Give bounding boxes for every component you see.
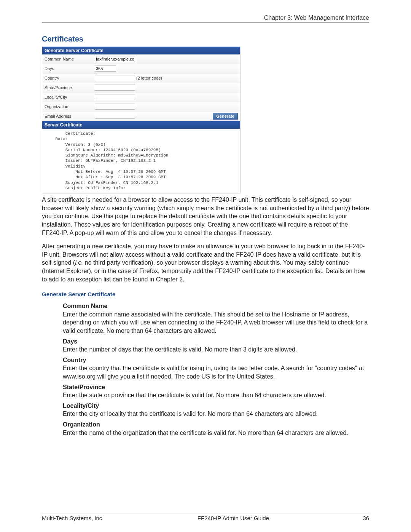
label-days: Days	[42, 64, 92, 73]
organization-input[interactable]	[95, 104, 135, 110]
country-input[interactable]	[95, 75, 135, 81]
panel-header-cert: Server Certificate	[42, 121, 240, 129]
def-organization-desc: Enter the name of the organization that …	[63, 429, 369, 437]
generate-button[interactable]: Generate	[213, 113, 238, 120]
def-state-desc: Enter the state or province that the cer…	[63, 391, 369, 399]
label-locality: Locality/City	[42, 93, 92, 102]
subhead-generate-cert: Generate Server Certificate	[42, 291, 369, 297]
chapter-header: Chapter 3: Web Management Interface	[42, 14, 369, 22]
def-state-title: State/Province	[63, 383, 369, 391]
footer-left: Multi-Tech Systems, Inc.	[42, 515, 104, 521]
def-days-desc: Enter the number of days that the certif…	[63, 345, 369, 354]
state-input[interactable]	[95, 85, 135, 91]
cert-text: Certificate: Data: Version: 3 (0x2) Seri…	[42, 129, 240, 193]
label-email: Email Address	[42, 112, 92, 121]
def-country-desc: Enter the country that the certificate i…	[63, 364, 369, 380]
intro-para-2b: no third party verification), so your br…	[42, 259, 365, 282]
footer-right: 36	[363, 515, 369, 521]
def-locality-title: Locality/City	[63, 402, 369, 410]
section-title: Certificates	[42, 35, 369, 43]
def-common-name-desc: Enter the common name associated with th…	[63, 310, 369, 335]
locality-input[interactable]	[95, 94, 135, 100]
intro-para-1: A site certificate is needed for a brows…	[42, 196, 369, 237]
intro-para-2-ital: i.e.	[75, 259, 83, 266]
footer-center: FF240-IP Admin User Guide	[198, 515, 269, 521]
label-organization: Organization	[42, 102, 92, 112]
page-footer: Multi-Tech Systems, Inc. FF240-IP Admin …	[42, 513, 369, 521]
days-input[interactable]	[95, 66, 116, 72]
def-locality-desc: Enter the city or locality that the cert…	[63, 410, 369, 418]
form-table: Common Name Days Country (2 letter code)…	[42, 54, 240, 121]
label-country: Country	[42, 73, 92, 83]
panel-header-generate: Generate Server Certificate	[42, 47, 240, 54]
intro-para-2: After generating a new certificate, you …	[42, 242, 369, 283]
email-input[interactable]	[95, 113, 135, 119]
def-common-name-title: Common Name	[63, 302, 369, 310]
def-days-title: Days	[63, 337, 369, 346]
def-country-title: Country	[63, 356, 369, 364]
def-organization-title: Organization	[63, 420, 369, 429]
label-common-name: Common Name	[42, 54, 92, 64]
screenshot-panel: Generate Server Certificate Common Name …	[42, 46, 241, 193]
common-name-input[interactable]	[95, 56, 135, 62]
country-hint: (2 letter code)	[136, 76, 162, 80]
label-state: State/Province	[42, 83, 92, 93]
